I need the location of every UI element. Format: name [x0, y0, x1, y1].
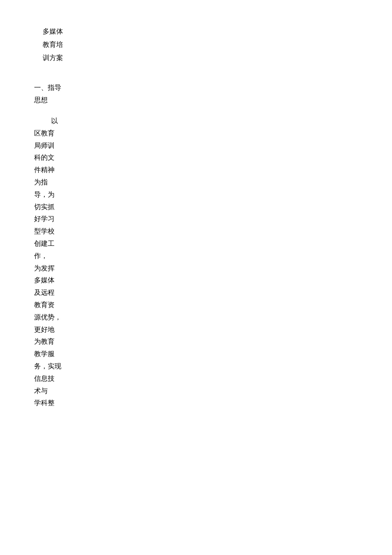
- section1-header: 一、指导 思想: [34, 82, 366, 106]
- body-line-3: 科的文: [34, 152, 366, 164]
- body-line-19: 教学服: [34, 348, 366, 360]
- body-line-21: 信息技: [34, 373, 366, 385]
- body-line-11: 作，: [34, 250, 366, 262]
- body-line-7: 切实抓: [34, 201, 366, 213]
- body-line-4: 件精神: [34, 164, 366, 176]
- spacer-1: [34, 65, 366, 73]
- body-line-2: 局师训: [34, 140, 366, 152]
- document-title: 多媒体 教育培 训方案: [34, 26, 366, 64]
- body-line-16: 源优势，: [34, 311, 366, 324]
- page-content: 多媒体 教育培 训方案 一、指导 思想 以 区教育 局师训 科的文 件精神 为指…: [0, 0, 392, 436]
- body-line-12: 为发挥: [34, 262, 366, 275]
- body-line-8: 好学习: [34, 213, 366, 225]
- title-line-2: 教育培: [43, 39, 366, 51]
- body-line-10: 创建工: [34, 238, 366, 250]
- body-line-yi: 以: [51, 115, 366, 127]
- body-text-block: 以 区教育 局师训 科的文 件精神 为指 导，为 切实抓 好学习 型学校 创建工…: [34, 115, 366, 409]
- body-line-23: 学科整: [34, 397, 366, 409]
- body-line-5: 为指: [34, 176, 366, 189]
- title-line-1: 多媒体: [43, 26, 366, 38]
- section1-header-line1: 一、指导: [34, 82, 366, 94]
- body-line-6: 导，为: [34, 189, 366, 201]
- body-line-9: 型学校: [34, 225, 366, 238]
- body-line-1: 区教育: [34, 127, 366, 140]
- spacer-2: [34, 108, 366, 115]
- body-line-18: 为教育: [34, 336, 366, 348]
- body-line-14: 及远程: [34, 287, 366, 299]
- body-line-15: 教育资: [34, 299, 366, 311]
- title-line-3: 训方案: [43, 52, 366, 64]
- body-line-22: 术与: [34, 385, 366, 397]
- body-line-20: 务，实现: [34, 360, 366, 373]
- section1-header-line2: 思想: [34, 94, 366, 106]
- body-line-17: 更好地: [34, 324, 366, 336]
- body-line-13: 多媒体: [34, 274, 366, 287]
